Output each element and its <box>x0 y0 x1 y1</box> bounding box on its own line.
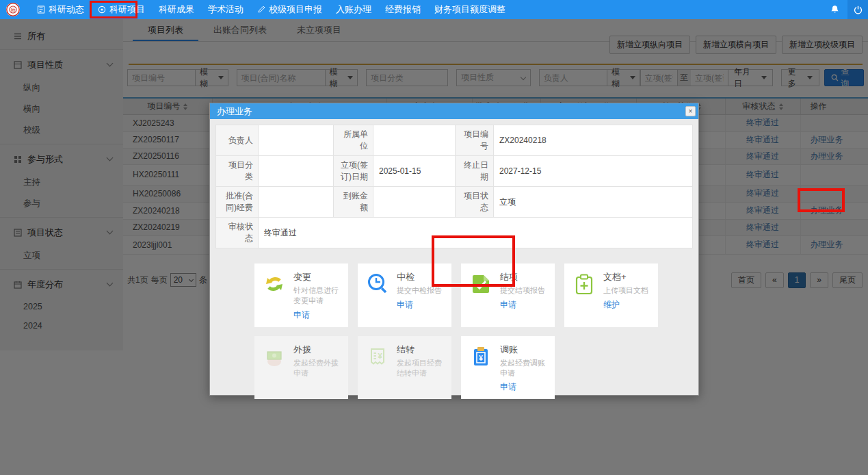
tile-documents[interactable]: 文档+ 上传项目文档 维护 <box>564 264 658 327</box>
business-tiles: 变更 针对信息进行变更申请 申请 中检 提交中检报告 申请 <box>254 264 662 399</box>
nav-item-research-projects[interactable]: 科研项目 <box>91 0 152 19</box>
tile-text: 变更 针对信息进行变更申请 申请 <box>293 271 344 321</box>
tile-desc: 发起项目经费结转申请 <box>397 358 447 378</box>
handle-business-modal: 办理业务 × 负责人 所属单位 项目编号 ZX20240218 项目分类 立项(… <box>209 103 699 396</box>
leader-label: 负责人 <box>216 125 259 156</box>
midterm-check-icon <box>366 271 391 321</box>
unit-value <box>373 125 456 156</box>
received-amount-label: 到账金额 <box>334 187 373 218</box>
audit-status-value: 终审通过 <box>259 218 693 248</box>
apply-link[interactable]: 申请 <box>293 309 344 321</box>
bell-icon <box>830 5 839 14</box>
audit-status-label: 审核状态 <box>216 218 259 248</box>
pen-icon <box>257 5 265 14</box>
nav-item-label: 学术活动 <box>208 3 244 16</box>
apply-link[interactable]: 申请 <box>500 381 551 393</box>
tile-desc: 上传项目文档 <box>603 285 648 296</box>
start-date-label: 立项(签订)日期 <box>334 156 373 187</box>
carryover-icon: ¥ <box>366 344 391 394</box>
outbound-transfer-icon <box>263 344 287 394</box>
document-plus-icon <box>573 271 597 321</box>
apply-link[interactable]: 申请 <box>500 299 545 311</box>
project-code-value: ZX20240218 <box>494 125 693 156</box>
tile-text: 文档+ 上传项目文档 维护 <box>603 271 648 321</box>
nav-item-label: 校级项目申报 <box>269 3 322 16</box>
svg-text:师: 师 <box>10 7 16 13</box>
nav-item-expense-reimburse[interactable]: 经费报销 <box>378 0 428 19</box>
tile-outbound-transfer: 外拨 发起经费外拨申请 <box>254 336 348 400</box>
leader-value <box>259 125 334 156</box>
top-navbar: 师 科研动态 科研项目 科研成果 学术活动 校级项目申报 入账办理 经费报销 财… <box>0 0 868 19</box>
tile-desc: 针对信息进行变更申请 <box>293 285 344 306</box>
tile-carryover: ¥ 结转 发起项目经费结转申请 <box>358 336 451 400</box>
tile-change[interactable]: 变更 针对信息进行变更申请 申请 <box>254 264 348 327</box>
project-status-value: 立项 <box>494 187 693 218</box>
svg-text:¥: ¥ <box>479 354 483 361</box>
modal-header: 办理业务 × <box>210 103 698 119</box>
modal-body: 负责人 所属单位 项目编号 ZX20240218 项目分类 立项(签订)日期 2… <box>210 119 698 399</box>
unit-label: 所属单位 <box>334 125 373 156</box>
change-icon <box>263 271 287 321</box>
tile-title: 外拨 <box>293 344 344 356</box>
tile-completion[interactable]: 结项 提交结项报告 申请 <box>461 264 555 327</box>
tile-title: 中检 <box>397 271 442 283</box>
nav-item-academic-activities[interactable]: 学术活动 <box>201 0 250 19</box>
nav-item-label: 科研动态 <box>49 3 84 16</box>
adjust-account-icon: ¥ <box>469 344 494 394</box>
modal-close-button[interactable]: × <box>685 106 696 116</box>
completion-icon <box>469 271 494 321</box>
tile-title: 结转 <box>397 344 447 356</box>
category-value <box>259 156 334 187</box>
nav-item-label: 经费报销 <box>385 3 421 16</box>
nav-item-research-results[interactable]: 科研成果 <box>152 0 201 19</box>
project-code-label: 项目编号 <box>456 125 494 156</box>
category-label: 项目分类 <box>216 156 259 187</box>
tile-title: 变更 <box>293 271 344 283</box>
tile-text: 结项 提交结项报告 申请 <box>500 271 545 321</box>
start-date-value: 2025-01-15 <box>373 156 456 187</box>
end-date-label: 终止日期 <box>456 156 494 187</box>
end-date-value: 2027-12-15 <box>494 156 693 187</box>
nav-item-research-news[interactable]: 科研动态 <box>30 0 91 19</box>
svg-text:¥: ¥ <box>378 352 382 360</box>
tile-title: 调账 <box>500 344 551 356</box>
nav-item-income-handling[interactable]: 入账办理 <box>329 0 378 19</box>
tile-desc: 提交结项报告 <box>500 285 545 296</box>
tile-desc: 发起经费外拨申请 <box>293 358 344 378</box>
nav-item-finance-quota-adjust[interactable]: 财务项目额度调整 <box>428 0 512 19</box>
nav-item-label: 财务项目额度调整 <box>434 3 505 16</box>
logout-power-button[interactable] <box>847 0 868 19</box>
tile-desc: 提交中检报告 <box>397 285 442 296</box>
navbar-menu: 科研动态 科研项目 科研成果 学术活动 校级项目申报 入账办理 经费报销 财务项… <box>30 0 512 19</box>
tile-adjust-account[interactable]: ¥ 调账 发起经费调账申请 申请 <box>461 336 555 400</box>
power-icon <box>854 5 863 14</box>
navbar-right <box>822 0 868 19</box>
document-icon <box>37 5 45 14</box>
approved-fund-label: 批准(合同)经费 <box>216 187 259 218</box>
approved-fund-value <box>259 187 334 218</box>
tile-text: 中检 提交中检报告 申请 <box>397 271 442 321</box>
apply-link[interactable]: 申请 <box>397 299 442 311</box>
tile-text: 外拨 发起经费外拨申请 <box>293 344 344 394</box>
record-icon <box>98 5 106 14</box>
tile-title: 结项 <box>500 271 545 283</box>
nav-item-label: 科研项目 <box>109 3 145 16</box>
tile-midterm-check[interactable]: 中检 提交中检报告 申请 <box>358 264 451 327</box>
notification-bell-button[interactable] <box>822 0 847 19</box>
project-status-label: 项目状态 <box>456 187 494 218</box>
university-logo-icon: 师 <box>5 2 21 17</box>
project-info-table: 负责人 所属单位 项目编号 ZX20240218 项目分类 立项(签订)日期 2… <box>215 125 693 248</box>
maintain-link[interactable]: 维护 <box>603 299 648 311</box>
tile-title: 文档+ <box>603 271 648 283</box>
nav-item-label: 科研成果 <box>159 3 194 16</box>
tile-text: 调账 发起经费调账申请 申请 <box>500 344 551 394</box>
modal-title: 办理业务 <box>217 106 252 116</box>
tile-text: 结转 发起项目经费结转申请 <box>397 344 447 394</box>
nav-item-label: 入账办理 <box>336 3 371 16</box>
received-amount-value <box>373 187 456 218</box>
nav-item-school-project-apply[interactable]: 校级项目申报 <box>250 0 329 19</box>
tile-desc: 发起经费调账申请 <box>500 358 551 378</box>
